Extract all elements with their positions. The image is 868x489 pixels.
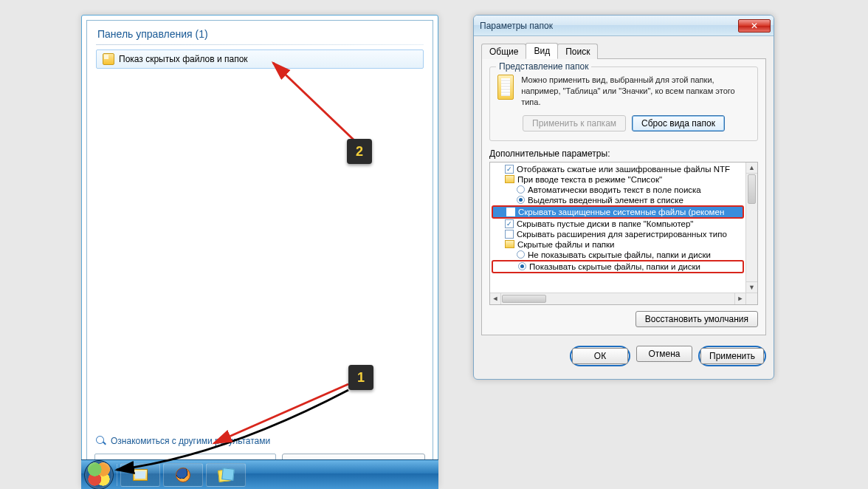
adv-setting-label: Скрытые файлы и папки [517, 240, 615, 249]
close-button[interactable]: ✕ [738, 19, 771, 33]
start-button[interactable] [84, 460, 114, 490]
folder-icon [505, 175, 514, 183]
divider [96, 44, 424, 45]
start-menu-window: Панель управления (1) Показ скрытых файл… [81, 15, 438, 488]
adv-setting-row[interactable]: Автоматически вводить текст в поле поиск… [492, 185, 744, 195]
radio-icon[interactable] [518, 262, 526, 270]
adv-setting-label: Показывать скрытые файлы, папки и диски [529, 262, 700, 271]
search-icon [96, 436, 106, 446]
tab-search[interactable]: Поиск [557, 44, 598, 59]
advanced-settings-list: Отображать сжатые или зашифрованные файл… [489, 162, 758, 305]
control-panel-heading: Панель управления (1) [87, 21, 433, 43]
radio-icon[interactable] [517, 196, 525, 204]
advanced-settings-label: Дополнительные параметры: [489, 148, 758, 159]
sticky-notes-icon [218, 468, 233, 482]
taskbar-explorer-button[interactable] [120, 463, 160, 487]
taskbar-firefox-button[interactable] [163, 463, 203, 487]
apply-to-folders-button: Применить к папкам [523, 115, 626, 131]
scrollbar-corner [745, 293, 757, 304]
dialog-title: Параметры папок [480, 21, 553, 31]
folder-view-text: Можно применить вид, выбранный для этой … [521, 75, 750, 108]
adv-setting-label: Автоматически вводить текст в поле поиск… [528, 185, 701, 194]
adv-setting-row[interactable]: Не показывать скрытые файлы, папки и дис… [492, 250, 744, 260]
radio-icon[interactable] [517, 185, 525, 194]
adv-setting-label: При вводе текста в режиме "Список" [517, 175, 662, 184]
restore-defaults-button[interactable]: Восстановить умолчания [636, 311, 758, 327]
adv-setting-label: Скрывать защищенные системные файлы (рек… [518, 208, 724, 216]
apply-button[interactable]: Применить [700, 348, 764, 364]
taskbar-separator [117, 464, 117, 486]
checkbox-icon[interactable] [505, 219, 514, 228]
search-result-label: Показ скрытых файлов и папок [119, 54, 248, 64]
explorer-icon [133, 469, 148, 481]
annotation-ring-ok: ОК [570, 346, 630, 366]
taskbar [81, 459, 438, 489]
see-more-results-link[interactable]: Ознакомиться с другими результатами [96, 436, 270, 446]
adv-setting-row[interactable]: Скрытые файлы и папки [492, 239, 744, 250]
scroll-down-icon[interactable]: ▼ [746, 281, 757, 293]
folder-options-dialog: Параметры папок ✕ Общие Вид Поиск Предст… [473, 15, 774, 380]
firefox-icon [176, 468, 190, 482]
scroll-up-icon[interactable]: ▲ [746, 163, 757, 174]
radio-icon[interactable] [517, 250, 525, 259]
adv-setting-label: Отображать сжатые или зашифрованные файл… [517, 165, 730, 174]
annotation-badge-2: 2 [347, 139, 372, 164]
adv-setting-row[interactable]: Выделять введенный элемент в списке [492, 195, 744, 205]
vertical-scrollbar[interactable]: ▲ ▼ [745, 163, 757, 293]
scroll-left-icon[interactable]: ◄ [490, 293, 501, 304]
horizontal-scroll-thumb[interactable] [502, 295, 546, 303]
adv-setting-label: Скрывать пустые диски в папке "Компьютер… [517, 219, 693, 228]
cancel-button[interactable]: Отмена [636, 346, 692, 362]
checkbox-icon[interactable] [505, 230, 514, 239]
tab-panel-view: Представление папок Можно применить вид,… [481, 59, 766, 335]
adv-setting-label: Не показывать скрытые файлы, папки и дис… [528, 250, 711, 259]
adv-setting-row[interactable]: Показывать скрытые файлы, папки и диски [492, 260, 744, 273]
folder-view-group-title: Представление папок [496, 61, 591, 72]
checkbox-icon[interactable] [505, 165, 514, 174]
scroll-right-icon[interactable]: ► [734, 293, 745, 304]
taskbar-stickynotes-button[interactable] [206, 463, 246, 487]
reset-folder-view-button[interactable]: Сброс вида папок [632, 115, 725, 131]
adv-setting-row[interactable]: Скрывать защищенные системные файлы (рек… [492, 205, 744, 219]
adv-setting-row[interactable]: Отображать сжатые или зашифрованные файл… [492, 164, 744, 174]
search-result-show-hidden-files[interactable]: Показ скрытых файлов и папок [96, 49, 424, 69]
annotation-badge-1: 1 [348, 365, 373, 390]
adv-setting-label: Скрывать расширения для зарегистрированн… [517, 230, 727, 239]
horizontal-scrollbar[interactable]: ◄ ► [490, 293, 745, 304]
dialog-titlebar: Параметры папок ✕ [474, 16, 774, 36]
adv-setting-row[interactable]: Скрывать расширения для зарегистрированн… [492, 229, 744, 239]
folder-view-icon [497, 75, 514, 100]
folder-view-group: Представление папок Можно применить вид,… [489, 66, 758, 141]
adv-setting-row[interactable]: Скрывать пустые диски в папке "Компьютер… [492, 219, 744, 229]
checkbox-icon[interactable] [506, 208, 515, 216]
ok-button[interactable]: ОК [572, 348, 628, 364]
see-more-results-label: Ознакомиться с другими результатами [111, 436, 270, 446]
tab-general[interactable]: Общие [481, 44, 526, 59]
annotation-ring-apply: Применить [698, 346, 766, 366]
folder-icon [505, 240, 514, 248]
adv-setting-row[interactable]: При вводе текста в режиме "Список" [492, 174, 744, 185]
tab-view[interactable]: Вид [526, 43, 558, 59]
adv-setting-label: Выделять введенный элемент в списке [528, 196, 683, 205]
tab-strip: Общие Вид Поиск [481, 42, 766, 59]
dialog-button-row: ОК Отмена Применить [474, 343, 774, 374]
folder-options-icon [103, 53, 114, 65]
vertical-scroll-thumb[interactable] [748, 174, 756, 204]
